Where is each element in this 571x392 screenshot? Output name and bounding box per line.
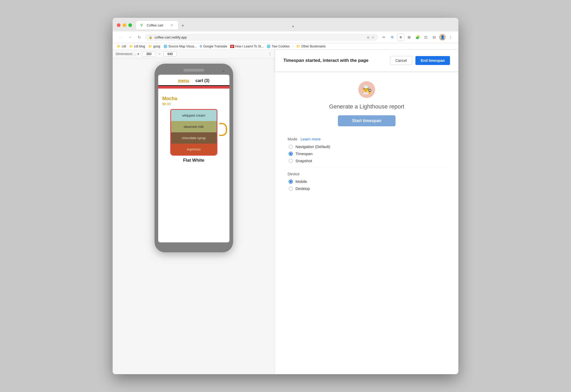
navigation-bar: ← → ↻ 🔒 coffee-cart.netlify.app ⎋ ☆ ✂ G … bbox=[113, 31, 458, 43]
refresh-button[interactable]: ↻ bbox=[136, 34, 143, 41]
share-icon: ⎋ bbox=[367, 35, 369, 39]
snapshot-radio[interactable] bbox=[289, 159, 293, 163]
back-icon: ← bbox=[119, 35, 122, 39]
tab-close-button[interactable]: × bbox=[170, 23, 174, 27]
bookmark-label: cdt bbox=[122, 45, 126, 48]
layer-espresso: espresso bbox=[171, 144, 217, 155]
device-option-group: Device Mobile Desktop bbox=[288, 172, 446, 191]
bookmark-label: How I Learnt To St... bbox=[235, 45, 264, 48]
chrome-menu-button[interactable]: ⋮ bbox=[447, 34, 454, 41]
nav-cart-tab[interactable]: cart (3) bbox=[195, 78, 209, 85]
sidebar-button[interactable]: ⊟ bbox=[431, 34, 438, 41]
navigation-radio[interactable] bbox=[289, 145, 293, 149]
bookmark-label: goog bbox=[153, 45, 160, 48]
puzzle-extension-button[interactable]: 🧩 bbox=[414, 34, 421, 41]
device-desktop-option[interactable]: Desktop bbox=[289, 186, 446, 191]
lighthouse-icon: 👨‍🍳 bbox=[358, 81, 375, 98]
mobile-radio[interactable] bbox=[289, 179, 293, 184]
new-tab-button[interactable]: + bbox=[179, 22, 186, 29]
window-minimize-button[interactable] bbox=[123, 23, 126, 27]
bookmark-cdt[interactable]: 📁 cdt bbox=[117, 45, 126, 48]
phone-frame: menu cart (3) Mocha $8.00 whipped cream bbox=[155, 64, 233, 252]
timespan-label: Timespan bbox=[295, 151, 312, 156]
dimensions-selector[interactable]: Dimensions: ... ▾ bbox=[116, 52, 139, 56]
translate-extension-button[interactable]: G bbox=[389, 34, 396, 41]
tab-bar: V Coffee cart × + ▾ bbox=[136, 21, 295, 29]
cancel-button[interactable]: Cancel bbox=[390, 56, 413, 65]
lighthouse-panel: Timespan started, interact with the page… bbox=[275, 50, 458, 374]
mode-timespan-option[interactable]: Timespan bbox=[289, 151, 446, 156]
title-bar-top: V Coffee cart × + ▾ bbox=[117, 21, 454, 29]
lighthouse-main-content: 👨‍🍳 Generate a Lighthouse report Start t… bbox=[275, 71, 458, 137]
bookmark-label: Other Bookmarks bbox=[301, 45, 326, 48]
address-bar[interactable]: 🔒 coffee-cart.netlify.app ⎋ ☆ bbox=[145, 34, 378, 41]
bookmark-google-translate[interactable]: G Google Translate bbox=[200, 45, 227, 48]
mode-navigation-option[interactable]: Navigation (Default) bbox=[289, 144, 446, 149]
device-radio-group: Mobile Desktop bbox=[288, 179, 446, 191]
refresh-icon: ↻ bbox=[138, 35, 141, 39]
device-mobile-option[interactable]: Mobile bbox=[289, 179, 446, 184]
title-bar: V Coffee cart × + ▾ bbox=[113, 18, 458, 31]
mobile-label: Mobile bbox=[295, 179, 307, 184]
n-extension-button[interactable]: n bbox=[397, 34, 404, 41]
nav-menu-tab[interactable]: menu bbox=[178, 78, 189, 85]
options-section: Mode Learn more Navigation (Default) Tim… bbox=[275, 137, 458, 191]
timespan-dialog: Timespan started, interact with the page… bbox=[275, 50, 458, 72]
bookmark-globe-icon: 🌐 bbox=[163, 45, 167, 48]
forward-button[interactable]: → bbox=[126, 34, 134, 41]
timespan-actions: Cancel End timespan bbox=[390, 56, 450, 65]
profile-avatar[interactable]: 👤 bbox=[439, 34, 446, 41]
window-maximize-button[interactable] bbox=[128, 23, 132, 27]
desktop-label: Desktop bbox=[295, 186, 310, 191]
forward-icon: → bbox=[128, 35, 132, 39]
grid-extension-button[interactable]: ⊞ bbox=[405, 34, 413, 41]
bookmark-source-map[interactable]: 🌐 Source Map Visua... bbox=[163, 45, 197, 48]
product-price: $8.00 bbox=[162, 102, 225, 106]
phone-camera bbox=[222, 69, 225, 73]
timespan-radio[interactable] bbox=[289, 152, 293, 156]
start-timespan-button[interactable]: Start timespan bbox=[338, 115, 396, 126]
app-navigation: menu cart (3) bbox=[158, 75, 229, 86]
red-bar-divider bbox=[158, 86, 229, 89]
bookmark-other[interactable]: 📁 Other Bookmarks bbox=[296, 45, 326, 48]
learn-more-link[interactable]: Learn more bbox=[301, 137, 321, 141]
bookmark-goog[interactable]: 📁 goog bbox=[148, 45, 160, 48]
back-button[interactable]: ← bbox=[117, 34, 124, 41]
device-label: Device bbox=[288, 172, 300, 176]
dimensions-label: Dimensions: ... bbox=[116, 52, 136, 56]
scissors-button[interactable]: ✂ bbox=[380, 34, 388, 41]
bookmark-cdt-blog[interactable]: 📁 cdt blog bbox=[129, 45, 145, 48]
product-name: Mocha bbox=[162, 96, 225, 101]
device-header: Device bbox=[288, 172, 446, 176]
devtools-toolbar-menu[interactable]: ⋮ bbox=[268, 52, 272, 56]
window-close-button[interactable] bbox=[117, 23, 120, 27]
bookmark-g-icon: G bbox=[200, 45, 202, 48]
tab-list-dropdown[interactable]: ▾ bbox=[291, 24, 295, 29]
phone-screen: menu cart (3) Mocha $8.00 whipped cream bbox=[158, 75, 229, 242]
layer-chocolate-syrup: chocolate syrup bbox=[171, 132, 217, 144]
width-input[interactable] bbox=[142, 51, 155, 57]
bookmark-label: Source Map Visua... bbox=[168, 45, 197, 48]
active-tab[interactable]: V Coffee cart × bbox=[136, 21, 178, 29]
height-input[interactable] bbox=[163, 51, 177, 57]
snapshot-label: Snapshot bbox=[295, 159, 312, 163]
phone-container: menu cart (3) Mocha $8.00 whipped cream bbox=[113, 58, 275, 374]
devtools-toolbar: Dimensions: ... ▾ × ⋮ bbox=[113, 50, 275, 58]
browser-content: Dimensions: ... ▾ × ⋮ menu c bbox=[113, 50, 458, 374]
cup-handle bbox=[219, 123, 227, 136]
end-timespan-button[interactable]: End timespan bbox=[415, 56, 450, 65]
bookmark-two-cookies[interactable]: 🌐 Two Cookies bbox=[267, 45, 290, 48]
bookmarks-separator bbox=[293, 44, 293, 48]
bookmark-how-i-learnt[interactable]: W How I Learnt To St... bbox=[230, 45, 263, 48]
mode-snapshot-option[interactable]: Snapshot bbox=[289, 159, 446, 163]
url-text: coffee-cart.netlify.app bbox=[155, 35, 365, 39]
bookmark-folder-icon: 📁 bbox=[296, 45, 300, 48]
section-divider bbox=[288, 167, 446, 167]
cup-body: whipped cream steamed milk chocolate syr… bbox=[170, 109, 217, 156]
desktop-radio[interactable] bbox=[289, 187, 293, 191]
lighthouse-chef-icon: 👨‍🍳 bbox=[361, 85, 372, 95]
phone-notch bbox=[183, 69, 204, 72]
bookmark-w-icon: W bbox=[230, 45, 234, 48]
devtools-extension-button[interactable]: ⊡ bbox=[422, 34, 430, 41]
product-section: Mocha $8.00 whipped cream steamed milk c… bbox=[158, 93, 229, 168]
